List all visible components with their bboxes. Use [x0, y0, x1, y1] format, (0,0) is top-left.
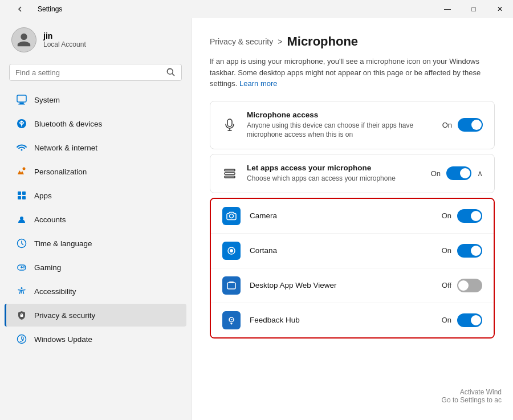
- title-bar-left: Settings: [7, 0, 62, 18]
- cortana-state: On: [442, 246, 451, 255]
- system-label: System: [34, 96, 60, 104]
- bluetooth-label: Bluetooth & devices: [34, 120, 102, 128]
- app-list-container: Camera On Cortana On: [210, 198, 495, 339]
- gaming-icon: [16, 262, 27, 273]
- microphone-access-toggle[interactable]: [458, 118, 483, 132]
- desktop-web-app-icon: [222, 276, 241, 295]
- feedback-app-name: Feedback Hub: [250, 316, 433, 324]
- bluetooth-icon: [16, 118, 27, 129]
- search-icon: [166, 68, 176, 77]
- desktop-web-toggle[interactable]: [457, 279, 482, 292]
- watermark-line1: Activate Wind: [442, 388, 502, 396]
- camera-app-name: Camera: [250, 211, 433, 220]
- close-button[interactable]: ✕: [487, 0, 513, 18]
- desktop-web-control: Off: [442, 279, 482, 292]
- svg-point-14: [23, 266, 25, 267]
- feedback-control: On: [442, 313, 482, 327]
- svg-point-16: [21, 287, 23, 289]
- apps-access-state: On: [431, 169, 441, 178]
- nav-item-personalization[interactable]: Personalization: [5, 160, 186, 183]
- nav-item-apps[interactable]: Apps: [5, 184, 186, 207]
- app-title: Settings: [38, 5, 62, 13]
- cortana-toggle[interactable]: [457, 244, 482, 258]
- user-profile[interactable]: jin Local Account: [0, 18, 191, 62]
- camera-toggle[interactable]: [457, 209, 482, 223]
- nav-item-privacy[interactable]: Privacy & security: [5, 304, 186, 327]
- search-input[interactable]: [15, 68, 162, 77]
- accessibility-icon: [16, 286, 27, 297]
- network-label: Network & internet: [34, 144, 97, 152]
- minimize-button[interactable]: —: [434, 0, 461, 18]
- apps-icon: [16, 190, 27, 201]
- user-info: jin Local Account: [43, 31, 86, 48]
- personalization-icon: [16, 166, 27, 177]
- microphone-access-info: Microphone access Anyone using this devi…: [247, 111, 433, 140]
- feedback-app-icon: [222, 311, 241, 329]
- watermark-line2: Go to Settings to ac: [442, 396, 502, 404]
- time-icon: [16, 238, 27, 249]
- nav-item-bluetooth[interactable]: Bluetooth & devices: [5, 112, 186, 135]
- svg-rect-30: [229, 282, 234, 283]
- cortana-app-icon: [222, 242, 241, 260]
- app-body: jin Local Account System Bluetooth & dev…: [0, 18, 513, 420]
- apps-access-title: Let apps access your microphone: [247, 164, 422, 172]
- toggle-thumb: [471, 120, 482, 130]
- svg-rect-7: [18, 196, 21, 199]
- svg-point-33: [231, 319, 232, 320]
- window-controls: — □ ✕: [434, 0, 513, 18]
- svg-rect-29: [227, 283, 235, 289]
- apps-access-control: On ∧: [431, 166, 483, 180]
- breadcrumb-current: Microphone: [287, 34, 358, 49]
- user-type: Local Account: [43, 40, 86, 48]
- svg-point-34: [233, 319, 234, 320]
- nav-item-network[interactable]: Network & internet: [5, 136, 186, 159]
- back-button[interactable]: [7, 0, 33, 18]
- nav-item-accessibility[interactable]: Accessibility: [5, 280, 186, 303]
- apps-access-info: Let apps access your microphone Choose w…: [247, 164, 422, 184]
- nav-item-time[interactable]: Time & language: [5, 232, 186, 255]
- maximize-button[interactable]: □: [461, 0, 487, 18]
- accessibility-label: Accessibility: [34, 287, 76, 296]
- search-box[interactable]: [9, 64, 182, 81]
- microphone-access-title: Microphone access: [247, 111, 433, 119]
- microphone-icon: [222, 117, 238, 133]
- breadcrumb-parent[interactable]: Privacy & security: [210, 37, 273, 46]
- network-icon: [16, 142, 27, 153]
- svg-rect-23: [225, 169, 235, 171]
- toggle-thumb-2: [460, 168, 470, 178]
- system-icon: [16, 94, 27, 105]
- privacy-label: Privacy & security: [34, 311, 95, 320]
- desktop-web-app-name: Desktop App Web Viewer: [250, 281, 433, 289]
- privacy-icon: [16, 309, 27, 321]
- list-item: Desktop App Web Viewer Off: [211, 268, 494, 303]
- apps-access-toggle[interactable]: [446, 166, 471, 180]
- cortana-app-name: Cortana: [250, 246, 433, 255]
- svg-rect-2: [18, 104, 25, 105]
- svg-rect-8: [22, 196, 26, 199]
- update-icon: [16, 333, 27, 345]
- cortana-control: On: [442, 244, 482, 258]
- update-label: Windows Update: [34, 335, 92, 344]
- nav-item-gaming[interactable]: Gaming: [5, 256, 186, 279]
- nav-item-system[interactable]: System: [5, 88, 186, 111]
- sidebar: jin Local Account System Bluetooth & dev…: [0, 18, 191, 420]
- apps-label: Apps: [34, 191, 52, 200]
- svg-rect-25: [225, 176, 235, 178]
- apps-access-desc: Choose which apps can access your microp…: [247, 174, 422, 184]
- svg-rect-1: [19, 103, 24, 104]
- personalization-label: Personalization: [34, 168, 87, 176]
- microphone-access-control: On: [442, 118, 483, 132]
- learn-more-link[interactable]: Learn more: [239, 79, 277, 88]
- list-item: Camera On: [211, 199, 494, 234]
- nav-item-accounts[interactable]: Accounts: [5, 208, 186, 231]
- expand-icon[interactable]: ∧: [477, 169, 483, 178]
- time-label: Time & language: [34, 239, 92, 248]
- title-bar: Settings — □ ✕: [0, 0, 513, 18]
- nav-item-update[interactable]: Windows Update: [5, 328, 186, 350]
- feedback-toggle[interactable]: [457, 313, 482, 327]
- microphone-access-card: Microphone access Anyone using this devi…: [210, 101, 495, 150]
- page-description: If an app is using your microphone, you'…: [210, 56, 495, 89]
- main-content: Privacy & security > Microphone If an ap…: [191, 18, 513, 420]
- camera-state: On: [442, 211, 451, 220]
- activate-windows-watermark: Activate Wind Go to Settings to ac: [442, 388, 502, 404]
